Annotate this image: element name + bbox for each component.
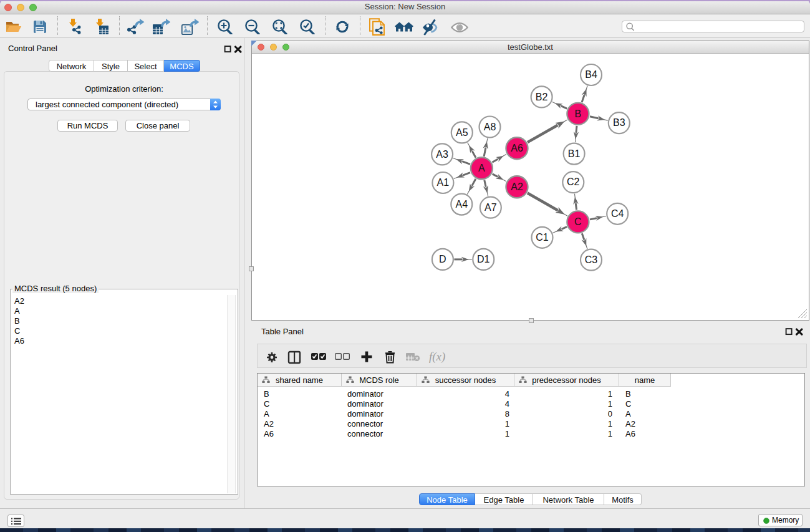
svg-text:A4: A4 [456, 199, 468, 210]
svg-text:B2: B2 [536, 92, 548, 102]
svg-text:C2: C2 [567, 177, 580, 187]
svg-text:B1: B1 [568, 148, 581, 159]
svg-text:A5: A5 [456, 127, 468, 138]
svg-text:C4: C4 [611, 208, 624, 219]
svg-text:D: D [439, 254, 446, 264]
svg-text:B3: B3 [613, 117, 625, 128]
svg-text:A1: A1 [437, 177, 450, 188]
svg-text:C1: C1 [536, 232, 549, 243]
svg-text:C: C [574, 216, 582, 227]
svg-text:A6: A6 [511, 143, 523, 153]
svg-text:C3: C3 [585, 254, 598, 265]
svg-text:A8: A8 [484, 122, 496, 132]
svg-text:A2: A2 [511, 181, 523, 192]
svg-text:B: B [575, 109, 582, 119]
svg-text:A: A [478, 163, 485, 173]
svg-text:A3: A3 [436, 149, 448, 160]
svg-text:A7: A7 [485, 202, 497, 213]
svg-text:B4: B4 [585, 69, 597, 80]
svg-text:D1: D1 [477, 254, 490, 264]
